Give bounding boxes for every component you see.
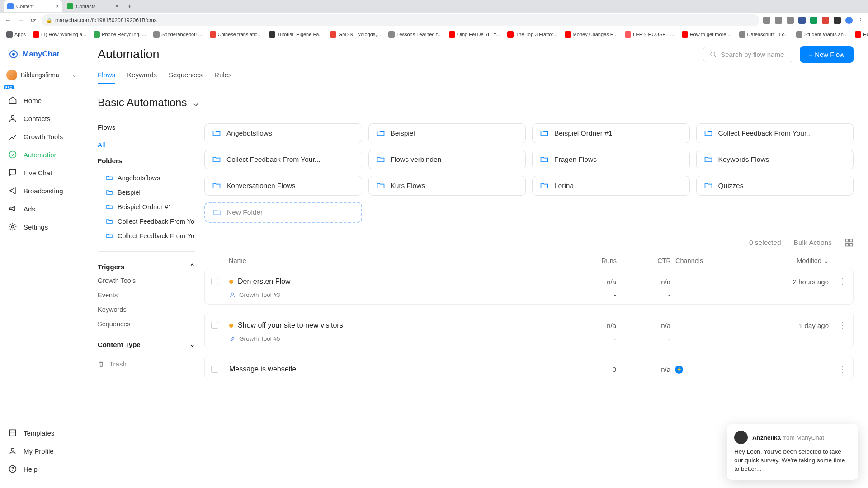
folder-card[interactable]: Keywords Flows bbox=[696, 150, 854, 169]
folder-area: AngebotsflowsBeispielBeispiel Ordner #1C… bbox=[204, 123, 854, 387]
sidebar-item-automation[interactable]: Automation bbox=[0, 145, 83, 164]
sidebar-item-templates[interactable]: Templates bbox=[0, 424, 83, 442]
sidebar-item-settings[interactable]: Settings bbox=[0, 218, 83, 236]
sidebar-item-my-profile[interactable]: My Profile bbox=[0, 442, 83, 460]
bookmark-item[interactable]: The Top 3 Platfor... bbox=[505, 30, 560, 38]
ext-icon[interactable] bbox=[834, 17, 841, 24]
search-input[interactable]: Search by flow name bbox=[703, 47, 793, 62]
sidepanel-folder[interactable]: Collect Feedback From Your Cu bbox=[98, 229, 195, 243]
bookmark-item[interactable]: Lessons Learned f... bbox=[386, 30, 444, 38]
close-icon[interactable]: × bbox=[56, 3, 59, 9]
svg-rect-5 bbox=[9, 430, 15, 436]
col-runs[interactable]: Runs bbox=[562, 257, 617, 264]
col-name[interactable]: Name bbox=[229, 257, 562, 264]
sidebar-item-growth-tools[interactable]: Growth Tools bbox=[0, 127, 83, 145]
folder-card[interactable]: Kurs Flows bbox=[368, 176, 526, 196]
bookmark-item[interactable]: Tutorial: Eigene Fa... bbox=[266, 30, 326, 38]
url-bar[interactable]: 🔒 manychat.com/fb198150208192061B/cms bbox=[42, 14, 760, 26]
translate-icon[interactable] bbox=[763, 17, 770, 24]
folder-card[interactable]: Flows verbinden bbox=[368, 150, 526, 169]
tab-keywords[interactable]: Keywords bbox=[127, 71, 157, 84]
share-icon[interactable] bbox=[775, 17, 782, 24]
table-row[interactable]: Den ersten Flow n/a n/a 2 hours ago ⋮ Gr… bbox=[204, 268, 854, 305]
notification-popup[interactable]: Anzhelika from ManyChat Hey Leon, You've… bbox=[727, 424, 858, 480]
col-modified[interactable]: Modified ⌄ bbox=[752, 257, 829, 264]
folder-card[interactable]: Fragen Flows bbox=[532, 150, 690, 169]
bookmark-item[interactable]: Sonderangebot! ... bbox=[151, 30, 205, 38]
tab-rules[interactable]: Rules bbox=[214, 71, 231, 84]
sidepanel-folder[interactable]: Angebotsflows bbox=[98, 171, 195, 185]
bookmark-item[interactable]: Student Wants an... bbox=[793, 30, 850, 38]
row-menu-button[interactable]: ⋮ bbox=[829, 320, 847, 330]
bookmark-item[interactable]: Money Changes E... bbox=[562, 30, 621, 38]
ext-icon[interactable] bbox=[798, 17, 806, 24]
sidebar-item-help[interactable]: Help bbox=[0, 460, 83, 478]
sidepanel-folder[interactable]: Beispiel bbox=[98, 185, 195, 200]
trigger-item[interactable]: Events bbox=[98, 288, 195, 302]
sidepanel-folder[interactable]: Collect Feedback From Your Cu bbox=[98, 214, 195, 229]
folder-card[interactable]: Lorina bbox=[532, 176, 690, 196]
folder-card[interactable]: Konversationen Flows bbox=[204, 176, 362, 196]
sidepanel-folder[interactable]: Beispiel Ordner #1 bbox=[98, 200, 195, 214]
tab-sequences[interactable]: Sequences bbox=[169, 71, 203, 84]
sidebar-item-contacts[interactable]: Contacts bbox=[0, 109, 83, 127]
bookmark-item[interactable]: How To Add A... bbox=[852, 30, 868, 38]
ext-icon[interactable] bbox=[810, 17, 817, 24]
filter-all[interactable]: All bbox=[98, 141, 195, 149]
browser-tab-active[interactable]: Content × bbox=[4, 0, 62, 12]
folder-card[interactable]: Angebotsflows bbox=[204, 123, 362, 143]
ext-icon[interactable] bbox=[822, 17, 829, 24]
bookmark-item[interactable]: Phone Recycling, ... bbox=[91, 30, 149, 38]
sidebar-item-home[interactable]: Home bbox=[0, 91, 83, 109]
close-icon[interactable]: × bbox=[115, 3, 118, 9]
new-flow-button[interactable]: + New Flow bbox=[800, 46, 854, 63]
bookmark-item[interactable]: Qing Fei De Yi - Y... bbox=[446, 30, 503, 38]
back-icon[interactable]: ← bbox=[4, 17, 13, 24]
table-row[interactable]: Show off your site to new visitors n/a n… bbox=[204, 312, 854, 348]
sidebar-item-live-chat[interactable]: Live Chat bbox=[0, 164, 83, 182]
row-checkbox[interactable] bbox=[211, 322, 218, 329]
sidebar-item-broadcasting[interactable]: Broadcasting bbox=[0, 182, 83, 200]
folder-card[interactable]: Beispiel bbox=[368, 123, 526, 143]
menu-icon[interactable]: ⋮ bbox=[857, 16, 864, 25]
star-icon[interactable] bbox=[787, 17, 794, 24]
col-channels[interactable]: Channels bbox=[671, 257, 752, 264]
bulk-actions-button[interactable]: Bulk Actions bbox=[794, 239, 832, 247]
bookmark-item[interactable]: (1) How Working a... bbox=[30, 30, 89, 38]
bookmark-item[interactable]: Apps bbox=[4, 30, 28, 38]
trigger-item[interactable]: Keywords bbox=[98, 302, 195, 317]
sidebar-item-ads[interactable]: Ads bbox=[0, 200, 83, 218]
folder-card[interactable]: Collect Feedback From Your... bbox=[204, 150, 362, 169]
reload-icon[interactable]: ⟳ bbox=[29, 17, 38, 24]
account-switcher[interactable]: PRO Bildungsfirma ⌄ bbox=[0, 66, 83, 88]
tab-flows[interactable]: Flows bbox=[98, 71, 115, 84]
row-checkbox[interactable] bbox=[211, 366, 218, 373]
new-folder-button[interactable]: New Folder bbox=[204, 202, 362, 223]
main-tabs: FlowsKeywordsSequencesRules bbox=[98, 71, 854, 84]
logo[interactable]: ManyChat bbox=[0, 46, 83, 66]
bookmark-item[interactable]: How to get more ... bbox=[679, 30, 735, 38]
trigger-item[interactable]: Sequences bbox=[98, 317, 195, 331]
row-checkbox[interactable] bbox=[211, 278, 218, 285]
folder-card[interactable]: Collect Feedback From Your... bbox=[696, 123, 854, 143]
trash-link[interactable]: Trash bbox=[98, 360, 195, 368]
profile-icon[interactable] bbox=[845, 17, 853, 24]
grid-view-icon[interactable] bbox=[844, 238, 854, 247]
col-ctr[interactable]: CTR bbox=[617, 257, 671, 264]
section-title[interactable]: Basic Automations ⌄ bbox=[98, 96, 854, 109]
content-type-section[interactable]: Content Type ⌄ bbox=[98, 338, 195, 351]
browser-tab[interactable]: Contacts × bbox=[63, 0, 122, 12]
folder-card[interactable]: Beispiel Ordner #1 bbox=[532, 123, 690, 143]
triggers-section[interactable]: Triggers ⌃ bbox=[98, 260, 195, 273]
row-menu-button[interactable]: ⋮ bbox=[829, 364, 847, 374]
table-row[interactable]: Message is webseite 0 n/a ⚡ ⋮ bbox=[204, 356, 854, 380]
forward-icon[interactable]: → bbox=[16, 17, 25, 24]
folder-card[interactable]: Quizzes bbox=[696, 176, 854, 196]
trigger-item[interactable]: Growth Tools bbox=[98, 273, 195, 288]
bookmark-item[interactable]: LEE'S HOUSE - ... bbox=[622, 30, 677, 38]
bookmark-item[interactable]: GMSN - Vologda,... bbox=[327, 30, 384, 38]
bookmark-item[interactable]: Chinese translatio... bbox=[207, 30, 264, 38]
new-tab-button[interactable]: + bbox=[127, 2, 132, 10]
bookmark-item[interactable]: Datenschutz - Lö... bbox=[736, 30, 792, 38]
row-menu-button[interactable]: ⋮ bbox=[829, 277, 847, 286]
